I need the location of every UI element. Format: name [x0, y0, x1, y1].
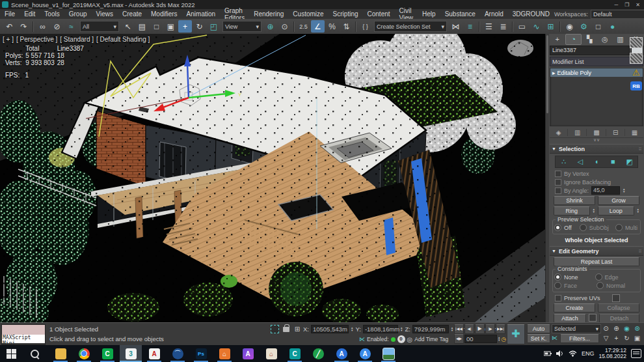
perspective-viewport[interactable]: Y [ + ] [ Perspective ] [ Standard ] [ D… — [0, 34, 545, 322]
menu-arnold[interactable]: Arnold — [480, 10, 508, 18]
toggle-layer-explorer-icon[interactable]: ≣ — [496, 20, 510, 33]
viewport-canvas[interactable]: Y — [0, 34, 545, 322]
schematic-view-icon[interactable]: ⊞ — [544, 20, 557, 33]
render-setup-icon[interactable]: ⚙ — [577, 20, 591, 33]
menu-rendering[interactable]: Rendering — [249, 10, 288, 18]
3dsmax-taskbar-icon[interactable]: 3 — [120, 345, 142, 362]
preserve-uvs-checkbox[interactable] — [555, 295, 561, 301]
loop-spinner[interactable]: ▲▼ — [637, 206, 639, 216]
select-and-link-icon[interactable]: ∞ — [36, 20, 49, 33]
go-to-start-button[interactable]: |◀◀ — [454, 324, 464, 334]
viewport-style-menu[interactable]: [ Standard ] — [60, 36, 94, 43]
selection-rollout-header[interactable]: ▼ Selection ⁞⁞ — [550, 144, 643, 154]
zoom-extents-icon[interactable]: ◉ — [622, 324, 632, 333]
absolute-offset-toggle-icon[interactable]: ⊞ — [293, 326, 301, 333]
select-and-move-icon[interactable]: + — [178, 20, 192, 33]
filters-button[interactable]: Filters... — [560, 334, 599, 343]
preserve-uvs-settings-button[interactable] — [612, 294, 620, 302]
steering-wheel-icon[interactable]: ◎ — [407, 336, 413, 343]
tab-modify[interactable]: ◔ — [565, 34, 582, 45]
camtasia-icon[interactable]: C — [96, 345, 118, 362]
material-editor-icon[interactable]: ◉ — [563, 20, 576, 33]
language-indicator[interactable]: ENG — [582, 350, 595, 357]
object-name-field[interactable]: Line3387 — [550, 46, 630, 55]
menu-group[interactable]: Group — [64, 10, 92, 18]
border-mode-icon[interactable]: ◖ — [588, 156, 604, 167]
key-filters-icon[interactable]: ⋉ — [552, 335, 557, 341]
menu-file[interactable]: File — [0, 10, 20, 18]
tab-display[interactable]: ▥ — [613, 35, 628, 44]
speaker-icon[interactable] — [556, 350, 564, 357]
bind-to-space-warp-icon[interactable]: ≈ — [64, 20, 78, 33]
by-vertex-checkbox[interactable] — [555, 171, 561, 177]
maxscript-mini-listener[interactable]: MAXScript Mini — [1, 324, 46, 345]
notification-center-icon[interactable] — [631, 349, 641, 358]
mirror-icon[interactable]: ⋈ — [449, 20, 463, 33]
pin-stack-icon[interactable]: ◈ — [550, 129, 568, 136]
menu-edit[interactable]: Edit — [20, 10, 40, 18]
stack-item-editable-poly[interactable]: ▸ Editable Poly — [550, 68, 643, 77]
configure-modifier-sets-icon[interactable]: ▦ — [626, 129, 643, 136]
menu-content[interactable]: Content — [363, 10, 395, 18]
create-button[interactable]: Create — [554, 303, 595, 313]
toggle-ribbon-icon[interactable]: ▭ — [515, 20, 529, 33]
chrome-icon[interactable] — [73, 345, 95, 362]
orbit-icon[interactable]: ↻ — [622, 334, 632, 343]
close-button[interactable]: ✕ — [636, 2, 640, 8]
collapse-button[interactable]: Collapse — [598, 303, 639, 313]
viewport-pov-menu[interactable]: [ Perspective ] — [16, 36, 57, 43]
edit-named-selection-sets-icon[interactable]: { } — [358, 20, 372, 33]
window-crossing-icon[interactable]: ▣ — [164, 20, 178, 33]
reference-coordinate-system-dropdown[interactable]: View▾ — [222, 21, 262, 32]
show-end-result-icon[interactable]: ▥ — [569, 129, 587, 136]
rectangular-selection-region-icon[interactable]: □ — [150, 20, 163, 33]
go-to-end-button[interactable]: ▶▶| — [496, 324, 505, 334]
menu-substance[interactable]: Substance — [440, 10, 480, 18]
auto-key-button[interactable]: Auto — [527, 324, 550, 333]
add-time-tag[interactable]: Add Time Tag — [414, 336, 448, 342]
start-button[interactable] — [0, 345, 22, 362]
set-keys-button[interactable]: ✚ — [507, 324, 525, 344]
use-pivot-point-center-icon[interactable]: ⊕ — [263, 20, 277, 33]
snaps-toggle-icon[interactable]: 2.5 — [297, 20, 310, 33]
edge-mode-icon[interactable]: ◁ — [572, 156, 588, 167]
align-icon[interactable]: ≡ — [463, 20, 477, 33]
autocad-icon[interactable]: A — [143, 345, 165, 362]
clock[interactable]: 17:29:12 15.08.2022 — [598, 348, 626, 359]
archicad-a2-icon[interactable]: A — [354, 345, 376, 362]
select-by-name-icon[interactable]: ▤ — [135, 20, 149, 33]
curve-app-icon[interactable]: ⌒ — [167, 345, 189, 362]
remove-modifier-icon[interactable]: ⊟ — [607, 129, 625, 136]
maximize-button[interactable]: ❐ — [624, 2, 629, 8]
select-and-scale-icon[interactable]: ◰ — [207, 20, 221, 33]
sweet-home-icon[interactable]: ⌂ — [260, 345, 282, 362]
angle-snap-toggle-icon[interactable]: ∠ — [311, 20, 325, 33]
by-angle-checkbox[interactable] — [555, 188, 561, 194]
rb-badge-icon[interactable]: RB — [630, 81, 642, 90]
polygon-mode-icon[interactable]: ■ — [605, 156, 621, 167]
selection-filter-dropdown[interactable]: All▾ — [80, 21, 119, 32]
menu-create[interactable]: Create — [118, 10, 146, 18]
key-filter-icon[interactable]: ⋉ — [359, 336, 365, 342]
current-frame-field[interactable]: 00 — [464, 335, 497, 343]
constraint-normal-radio[interactable] — [597, 282, 604, 289]
zoom-extents-all-icon[interactable]: ⊛ — [632, 324, 642, 333]
ignore-backfacing-checkbox[interactable] — [555, 179, 561, 186]
archicad-tool-icon[interactable]: A — [237, 345, 259, 362]
percent-snap-toggle-icon[interactable]: % — [325, 20, 339, 33]
viewport-general-menu[interactable]: [ + ] — [3, 36, 14, 43]
edit-geometry-rollout-header[interactable]: ▼ Edit Geometry ⁞⁞ — [550, 246, 643, 256]
menu-tools[interactable]: Tools — [40, 10, 64, 18]
attach-settings-button[interactable] — [589, 314, 597, 322]
tab-create[interactable]: + — [550, 35, 565, 44]
element-mode-icon[interactable]: ◩ — [621, 156, 637, 167]
by-angle-spinner[interactable]: ▲▼ — [623, 188, 625, 193]
ring-spinner[interactable]: ▲▼ — [593, 206, 595, 216]
play-button[interactable]: ▶ — [475, 324, 485, 334]
constraint-face-radio[interactable] — [554, 282, 561, 289]
menu-views[interactable]: Views — [92, 10, 118, 18]
menu-3dground[interactable]: 3DGROUND — [508, 10, 554, 18]
spinner-snap-toggle-icon[interactable]: ⇅ — [340, 20, 353, 33]
photos-app-icon[interactable] — [377, 345, 399, 362]
time-configuration-icon[interactable]: ◷ — [501, 336, 506, 342]
